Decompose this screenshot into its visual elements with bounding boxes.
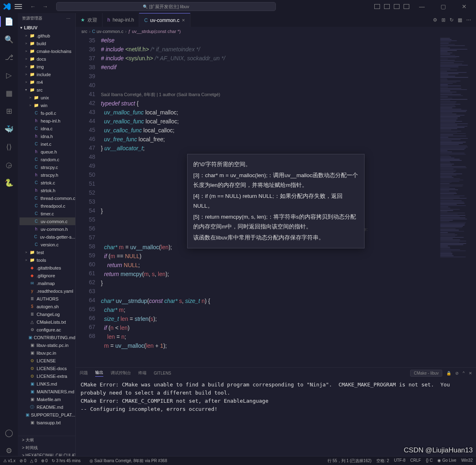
folder-build[interactable]: >📁build (20, 39, 75, 47)
panel-maximize-icon[interactable]: ^ (463, 371, 465, 375)
file-libuv-static.pc.in[interactable]: ▣libuv-static.pc.in (20, 341, 75, 349)
python-icon[interactable]: 🐍 (4, 178, 14, 188)
status-item[interactable]: {} C (426, 458, 433, 464)
tab-tool-icon[interactable]: ↻ (450, 17, 454, 23)
status-item[interactable]: UTF-8 (394, 458, 405, 464)
settings-gear-icon[interactable]: ⚙ (4, 445, 14, 456)
file-.gitattributes[interactable]: ◆.gitattributes (20, 264, 75, 272)
test-view-icon[interactable]: ⟨⟩ (4, 142, 14, 152)
panel-lock-icon[interactable]: 🔒 (446, 371, 451, 375)
file-timer.c[interactable]: Ctimer.c (20, 210, 75, 217)
file-.readthedocs.yaml[interactable]: y.readthedocs.yaml (20, 287, 75, 295)
run-view-icon[interactable]: ▷ (4, 70, 14, 81)
file-README.md[interactable]: ⓘREADME.md (20, 403, 75, 411)
tab-tool-icon[interactable]: ⋯ (466, 17, 471, 23)
file-CONTRIBUTING.md[interactable]: ▣CONTRIBUTING.md (20, 333, 75, 341)
status-item[interactable]: ⊕ 0 (41, 458, 48, 463)
file-uv-common.c[interactable]: Cuv-common.c (20, 217, 75, 225)
folder-src[interactable]: ▾📁src (20, 86, 75, 94)
file-heap-inl.h[interactable]: hheap-inl.h (20, 117, 75, 125)
status-item[interactable]: ◉ Go Live (437, 458, 456, 464)
window-minimize[interactable]: — (413, 3, 430, 10)
status-blame[interactable]: ◎ Saúl Ibarra Corretgé, 8年前 via PR #368 (90, 458, 167, 464)
folder-docs[interactable]: >📁docs (20, 55, 75, 63)
window-close[interactable]: ✕ (456, 3, 473, 10)
tab-欢迎[interactable]: ★欢迎 (76, 13, 103, 27)
folder-test[interactable]: >📁test (20, 248, 75, 256)
docker-view-icon[interactable]: 🐳 (4, 124, 14, 134)
file-SUPPORTED_PLAT...[interactable]: ▣SUPPORTED_PLAT... (20, 411, 75, 419)
search-view-icon[interactable]: 🔍 (4, 34, 14, 45)
panel-tab-问题[interactable]: 问题 (80, 370, 88, 376)
status-item[interactable]: ⊘ 0 (20, 458, 26, 463)
tab-tool-icon[interactable]: ⚙ (433, 17, 437, 23)
nav-back-button[interactable]: ← (27, 2, 39, 11)
breadcrumb[interactable]: src›C uv-common.c›ƒ uv__strdup(const cha… (76, 27, 476, 36)
outline-section[interactable]: > 时间线 (18, 444, 75, 452)
workspace-root[interactable]: LIBUV (18, 24, 75, 32)
breadcrumb-item[interactable]: C uv-common.c (92, 29, 123, 34)
breadcrumb-item[interactable]: ƒ uv__strdup(const char *) (128, 29, 181, 34)
output-body[interactable]: CMake Error: CMake was unable to find a … (76, 378, 476, 456)
extensions-view-icon[interactable]: ▦ (4, 88, 14, 99)
file-MAINTAINERS.md[interactable]: ▣MAINTAINERS.md (20, 388, 75, 395)
tab-tool-icon[interactable]: ⊞ (441, 17, 445, 23)
file-LINKS.md[interactable]: ▣LINKS.md (20, 380, 75, 388)
status-item[interactable]: ⚠ v1.x (3, 458, 15, 463)
status-item[interactable]: Win32 (461, 458, 473, 464)
panel-clear-icon[interactable]: ⊘ (455, 371, 459, 375)
file-version.c[interactable]: Cversion.c (20, 241, 75, 248)
layout-icon-3[interactable] (394, 4, 400, 9)
file-tsansupp.txt[interactable]: ▣tsansupp.txt (20, 419, 75, 426)
file-strscpy.h[interactable]: hstrscpy.h (20, 171, 75, 179)
layout-icon-2[interactable] (384, 4, 390, 9)
panel-tab-调试控制台[interactable]: 调试控制台 (111, 370, 131, 376)
file-.mailmap[interactable]: ✉.mailmap (20, 279, 75, 287)
folder-m4[interactable]: >📁m4 (20, 78, 75, 86)
file-queue.h[interactable]: hqueue.h (20, 148, 75, 156)
status-item[interactable]: ↻ 3 hrs 45 mins (52, 458, 81, 463)
panel-tab-输出[interactable]: 输出 (95, 370, 103, 377)
status-item[interactable]: CRLF (410, 458, 421, 464)
status-item[interactable]: 空格: 2 (376, 458, 389, 464)
tab-uv-common.c[interactable]: Cuv-common.c× (139, 13, 190, 27)
folder-win[interactable]: >📁win (20, 101, 75, 109)
folder-tools[interactable]: >📁tools (20, 256, 75, 264)
file-autogen.sh[interactable]: $autogen.sh (20, 303, 75, 310)
minimap[interactable] (439, 36, 476, 367)
file-inet.c[interactable]: Cinet.c (20, 140, 75, 148)
layout-icon-1[interactable] (374, 4, 380, 9)
output-channel-select[interactable]: CMake - libuv (410, 370, 442, 377)
status-item[interactable]: 行 55，列 1 (已选择162) (328, 458, 371, 464)
nav-forward-button[interactable]: → (39, 2, 51, 11)
file-LICENSE-docs[interactable]: ⊙LICENSE-docs (20, 364, 75, 372)
file-LICENSE-extra[interactable]: ⊙LICENSE-extra (20, 372, 75, 380)
timeline-icon[interactable]: ◶ (4, 160, 14, 170)
folder-unix[interactable]: >📁unix (20, 94, 75, 101)
layout-icon-4[interactable] (404, 4, 409, 9)
file-uv-common.h[interactable]: huv-common.h (20, 225, 75, 233)
outline-section[interactable]: > HEXADECIMAL CALCULATOR (18, 452, 75, 456)
panel-tab-GITLENS[interactable]: GITLENS (154, 371, 171, 375)
file-threadpool.c[interactable]: Cthreadpool.c (20, 202, 75, 210)
folder-cmake-toolchains[interactable]: >📁cmake-toolchains (20, 47, 75, 55)
explorer-more-icon[interactable]: ⋯ (66, 16, 71, 21)
file-libuv.pc.in[interactable]: ▣libuv.pc.in (20, 349, 75, 357)
file-CMakeLists.txt[interactable]: △CMakeLists.txt (20, 318, 75, 326)
outline-section[interactable]: > 大纲 (18, 436, 75, 444)
breadcrumb-item[interactable]: src (81, 29, 87, 34)
folder-img[interactable]: >📁img (20, 63, 75, 70)
status-item[interactable]: △ 0 (30, 458, 37, 463)
tab-tool-icon[interactable]: ▦ (458, 17, 462, 23)
command-center[interactable]: [扩展开发宿主] libuv (56, 2, 276, 11)
tab-heap-inl.h[interactable]: hheap-inl.h (103, 13, 139, 27)
folder-.github[interactable]: >📁.github (20, 32, 75, 39)
file-fs-poll.c[interactable]: Cfs-poll.c (20, 109, 75, 117)
file-random.c[interactable]: Crandom.c (20, 156, 75, 163)
file-ChangeLog[interactable]: ≣ChangeLog (20, 310, 75, 318)
folder-include[interactable]: >📁include (20, 70, 75, 78)
window-maximize[interactable]: ▢ (435, 3, 452, 10)
file-idna.h[interactable]: hidna.h (20, 132, 75, 140)
explorer-view-icon[interactable]: 📄 (4, 16, 14, 27)
file-strscpy.c[interactable]: Cstrscpy.c (20, 163, 75, 171)
